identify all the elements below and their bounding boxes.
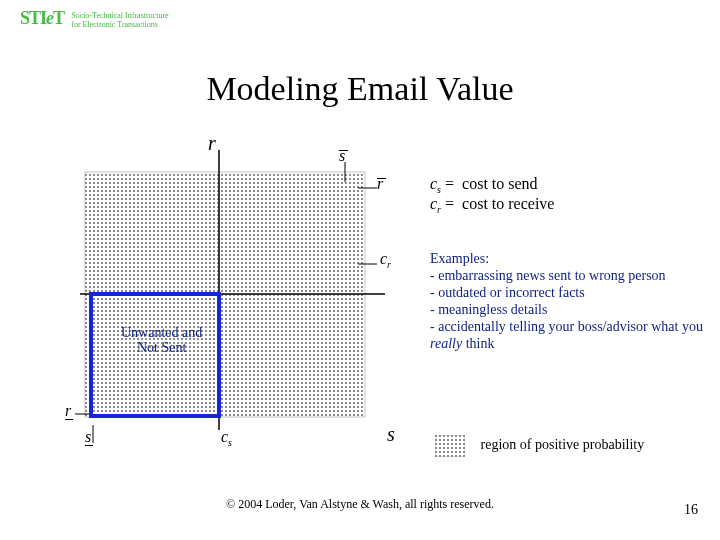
legend: region of positive probability	[435, 435, 644, 457]
page-number: 16	[684, 502, 698, 518]
examples-title: Examples:	[430, 250, 720, 267]
page-title: Modeling Email Value	[0, 70, 720, 108]
cost-definitions: cs = cost to send cr = cost to receive	[430, 175, 554, 215]
label-s-underscore: s	[85, 428, 93, 446]
example-item: - accidentally telling your boss/advisor…	[430, 318, 720, 352]
logo: STIeT Socio-Technical Infrastructurefor …	[20, 8, 169, 29]
copyright: © 2004 Loder, Van Alstyne & Wash, all ri…	[0, 497, 720, 512]
value-diagram: r s r cr s cs r s Unwanted andNot Sent	[85, 150, 395, 440]
label-r-bar: r	[377, 178, 386, 193]
examples-block: Examples: - embarrassing news sent to wr…	[430, 250, 720, 352]
label-cr: cr	[380, 250, 391, 270]
label-cs: cs	[221, 428, 232, 448]
legend-swatch	[435, 435, 465, 457]
svg-rect-4	[435, 435, 465, 457]
quadrant-label: Unwanted andNot Sent	[121, 325, 202, 355]
logo-subtitle: Socio-Technical Infrastructurefor Electr…	[71, 11, 168, 29]
axis-label-s: s	[387, 423, 395, 446]
example-item: - embarrassing news sent to wrong person	[430, 267, 720, 284]
example-item: - meaningless details	[430, 301, 720, 318]
cost-cs: cs = cost to send	[430, 175, 554, 195]
logo-brand: STIeT	[20, 8, 67, 28]
axis-label-r: r	[208, 132, 216, 155]
legend-text: region of positive probability	[481, 437, 645, 452]
example-item: - outdated or incorrect facts	[430, 284, 720, 301]
cost-cr: cr = cost to receive	[430, 195, 554, 215]
label-r-underscore: r	[65, 402, 73, 420]
label-s-bar: s	[339, 150, 348, 165]
